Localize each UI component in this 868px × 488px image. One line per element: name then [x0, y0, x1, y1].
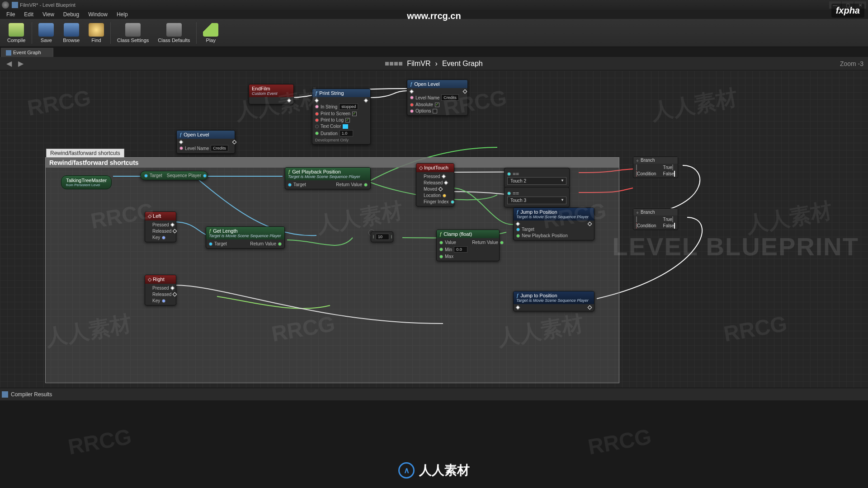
branch-icon: ⬨ [636, 210, 639, 215]
window-title: FilmVR* - Level Blueprint [20, 2, 75, 8]
bottom-brand-logo: ∧ 人人素材 [398, 462, 470, 479]
breadcrumb-root[interactable]: FilmVR [407, 60, 430, 68]
graph-header: ◀ ▶ FilmVR › Event Graph Zoom -3 [0, 57, 868, 70]
node-jump-position-1[interactable]: ƒ Jump to PositionTarget is Movie Scene … [513, 207, 594, 240]
node-input-touch[interactable]: ◇ InputTouch Pressed Released Moved Loca… [416, 163, 454, 206]
menu-debug[interactable]: Debug [59, 11, 84, 18]
class-defaults-button[interactable]: Class Defaults [153, 20, 194, 46]
fxpha-watermark: fxpha [831, 4, 864, 18]
zoom-indicator: Zoom -3 [840, 60, 863, 67]
node-open-level-top[interactable]: ƒ Open Level Level NameCredits Absolute … [407, 80, 468, 116]
graph-canvas[interactable]: EndFilmCustom Event ƒ Print String In St… [0, 70, 868, 388]
node-jump-position-2[interactable]: ƒ Jump to PositionTarget is Movie Scene … [513, 291, 594, 311]
browse-button[interactable]: Browse [58, 20, 84, 46]
node-endfilm[interactable]: EndFilmCustom Event [249, 84, 294, 104]
breadcrumb-icon [385, 62, 402, 66]
node-input-left[interactable]: ◇ Left Pressed Released Key [145, 211, 176, 242]
compiler-results-tab[interactable]: Compiler Results [0, 388, 868, 400]
save-button[interactable]: Save [34, 20, 58, 46]
node-get-playback[interactable]: ƒ Get Playback PositionTarget is Movie S… [285, 167, 371, 189]
touch3-dropdown[interactable]: Touch 3 [507, 197, 566, 204]
tabstrip: Event Graph [0, 47, 868, 57]
menu-file[interactable]: File [2, 11, 19, 18]
compiler-icon [2, 391, 8, 398]
node-talkingtree-var[interactable]: TalkingTreeMasterfrom Persistent Level [61, 175, 112, 189]
graph-icon [6, 50, 11, 56]
comment-tooltip: Rewind/fastforward shortcuts [46, 149, 124, 158]
node-input-right[interactable]: ◇ Right Pressed Released Key [145, 275, 176, 305]
titlebar: FilmVR* - Level Blueprint — ▢ ✕ [0, 0, 868, 10]
menu-view[interactable]: View [38, 11, 59, 18]
url-watermark: www.rrcg.cn [407, 11, 461, 21]
comment-title: Rewind/fastforward shortcuts [46, 158, 619, 168]
class-settings-button[interactable]: Class Settings [113, 20, 153, 46]
chevron-right-icon: › [435, 60, 438, 68]
nav-forward-button[interactable]: ▶ [16, 59, 25, 68]
node-branch-2[interactable]: ⬨Branch Condition TrueFalse [633, 208, 678, 230]
node-equals-touch3[interactable]: == Touch 3 [504, 187, 570, 207]
branch-icon: ⬨ [636, 158, 639, 163]
touch2-dropdown[interactable]: Touch 2 [507, 177, 566, 185]
toolbar: Compile Save Browse Find Class Settings … [0, 19, 868, 47]
node-seqplayer-var[interactable]: Target Sequence Player [140, 171, 208, 180]
ue-logo-icon [2, 1, 9, 9]
nav-back-button[interactable]: ◀ [5, 59, 14, 68]
play-button[interactable]: Play [198, 20, 223, 46]
tab-event-graph[interactable]: Event Graph [1, 48, 53, 57]
node-equals-touch2[interactable]: == Touch 2 [504, 168, 570, 188]
node-float-literal[interactable]: 10 [371, 231, 393, 242]
node-print-string[interactable]: ƒ Print String In Stringstopped Print to… [312, 89, 371, 145]
blueprint-icon [12, 2, 18, 8]
node-get-length[interactable]: ƒ Get LengthTarget is Movie Scene Sequen… [206, 226, 285, 249]
watermark-big: LEVEL BLUEPRINT [613, 232, 859, 261]
compiler-results-label: Compiler Results [11, 391, 52, 398]
find-button[interactable]: Find [84, 20, 108, 46]
breadcrumb-leaf[interactable]: Event Graph [442, 60, 483, 68]
brand-circle-icon: ∧ [398, 462, 415, 479]
node-branch-1[interactable]: ⬨Branch Condition TrueFalse [633, 156, 678, 178]
node-open-level-left[interactable]: ƒ Open Level Level NameCredits [176, 130, 235, 154]
menu-edit[interactable]: Edit [19, 11, 38, 18]
compile-button[interactable]: Compile [3, 20, 30, 46]
menu-help[interactable]: Help [112, 11, 132, 18]
menu-window[interactable]: Window [84, 11, 112, 18]
node-clamp[interactable]: ƒ Clamp (float) Value Min0.0 Max Return … [436, 230, 500, 261]
